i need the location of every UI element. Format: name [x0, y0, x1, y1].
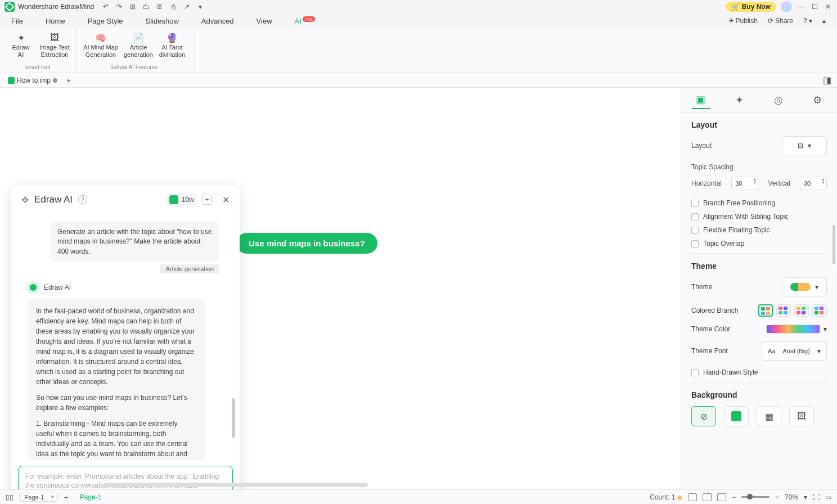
outline-toggle-icon[interactable]: ▯▯ — [6, 493, 14, 501]
menu-advanced[interactable]: Advanced — [201, 17, 234, 25]
user-avatar[interactable] — [781, 1, 792, 12]
zoom-out-button[interactable]: − — [732, 493, 736, 501]
publish-label: Publish — [736, 17, 758, 25]
ai-panel-title: Edraw AI — [34, 194, 73, 205]
buy-now-button[interactable]: 🛒 Buy Now — [726, 2, 776, 12]
hot-badge: Hot — [303, 16, 315, 22]
share-button[interactable]: ⟳ Share — [768, 17, 793, 25]
bot-p3: 1. Brainstorming - Mind maps can be extr… — [36, 418, 197, 460]
edraw-ai-button[interactable]: ✦ EdrawAI — [4, 30, 37, 58]
theme-color-dropdown[interactable]: ▾ — [766, 325, 827, 334]
user-tag-label: Article generation — [160, 264, 219, 273]
sidebar-scrollbar[interactable] — [832, 225, 835, 264]
check-overlap[interactable]: Topic Overlap — [691, 240, 827, 248]
zoom-in-button[interactable]: + — [775, 493, 779, 501]
article-generation-button[interactable]: 📄 Articlegeneration — [122, 30, 155, 58]
collapse-ribbon-button[interactable]: ▴ — [822, 17, 826, 25]
export-icon[interactable]: ↗ — [183, 3, 191, 11]
view-mode-2[interactable] — [703, 493, 712, 501]
ai-mindmap-button[interactable]: 🧠 AI Mind MapGeneration — [80, 30, 121, 58]
bg-pattern[interactable]: ▦ — [757, 406, 781, 426]
vertical-spinner[interactable]: 30▲▼ — [800, 177, 827, 190]
rb2-l2: Generation — [86, 51, 116, 58]
rb2-l1: AI Mind Map — [83, 44, 118, 51]
bot-name: Edraw AI — [44, 284, 71, 291]
image-text-extraction-button[interactable]: 🖼 Image TextExtraction — [38, 30, 71, 58]
fit-page-button[interactable]: ▭ — [825, 493, 831, 501]
add-tab-button[interactable]: + — [66, 76, 71, 85]
view-mode-3[interactable] — [717, 493, 726, 501]
menu-page-style[interactable]: Page Style — [88, 17, 123, 25]
check-branch-free[interactable]: Branch Free Positioning — [691, 199, 827, 207]
menu-view[interactable]: View — [256, 17, 272, 25]
doc-tab[interactable]: How to imp — [3, 75, 62, 86]
tab-layout[interactable]: ▣ — [692, 91, 710, 109]
add-page-button[interactable]: + — [64, 493, 68, 502]
swatch-2[interactable] — [776, 304, 791, 317]
check-flexible[interactable]: Flexible Floating Topic — [691, 226, 827, 234]
document-tabs: How to imp + ◨ — [0, 73, 837, 88]
new-icon[interactable]: ⊞ — [129, 3, 137, 11]
maximize-button[interactable]: ☐ — [810, 2, 819, 11]
publish-button[interactable]: ✈ Publish — [728, 17, 758, 25]
zoom-value[interactable]: 70% — [785, 493, 798, 501]
colored-branch-label: Colored Branch — [691, 307, 738, 314]
print-icon[interactable]: ⎙ — [169, 3, 177, 11]
swatch-1[interactable] — [758, 304, 773, 317]
canvas-horizontal-scrollbar[interactable] — [104, 483, 368, 487]
panel-toggle-button[interactable]: ◨ — [823, 75, 834, 86]
bg-solid[interactable] — [724, 406, 749, 426]
undo-icon[interactable]: ↶ — [102, 3, 110, 11]
bg-none[interactable]: ⊘ — [691, 406, 716, 426]
tab-icons[interactable]: ◎ — [770, 91, 788, 109]
save-icon[interactable]: 🗎 — [156, 3, 164, 11]
close-panel-button[interactable]: ✕ — [222, 195, 230, 205]
check-alignment[interactable]: Alignment With Sibling Topic — [691, 213, 827, 220]
token-balance[interactable]: 10w — [166, 194, 197, 206]
zoom-slider[interactable] — [741, 496, 770, 498]
menu-home[interactable]: Home — [46, 17, 65, 25]
rb1-l2: Extraction — [41, 51, 69, 58]
swatch-4[interactable] — [812, 304, 827, 317]
bg-image[interactable]: 🖼 — [789, 406, 814, 426]
token-text: 10w — [182, 196, 194, 204]
page-selector[interactable]: Page-1 — [19, 493, 58, 502]
open-icon[interactable]: 🗀 — [142, 3, 150, 11]
ai-tarot-button[interactable]: 🔮 AI Tarotdivination — [156, 30, 188, 58]
check-hand-drawn[interactable]: Hand-Drawn Style — [691, 368, 827, 376]
qat-more-icon[interactable]: ▾ — [196, 3, 204, 11]
central-topic[interactable]: Use mind maps in business? — [236, 233, 377, 254]
topic-count: Count: 1 ◆ — [650, 493, 682, 501]
user-message-tag: Article generation — [28, 264, 219, 273]
doc-tab-name: How to imp — [17, 76, 51, 84]
swatch-3[interactable] — [794, 304, 809, 317]
move-handle-icon[interactable]: ✥ — [21, 195, 29, 205]
ai-scrollbar[interactable] — [232, 398, 235, 438]
tab-settings[interactable]: ⚙ — [808, 91, 826, 109]
doc-tab-icon — [8, 77, 15, 84]
close-button[interactable]: ✕ — [824, 2, 832, 11]
page-tab-1[interactable]: Page-1 — [74, 492, 107, 502]
zoom-dropdown-icon[interactable]: ▾ — [804, 493, 807, 501]
canvas[interactable]: Use mind maps in business? ✥ Edraw AI ? … — [0, 88, 681, 489]
article-icon: 📄 — [132, 33, 145, 43]
menu-file[interactable]: File — [11, 17, 23, 25]
layout-dropdown[interactable]: ⊟▾ — [782, 136, 827, 155]
help-button[interactable]: ? ▾ — [803, 17, 812, 25]
theme-dropdown[interactable]: ▾ — [782, 277, 827, 296]
menu-ai[interactable]: AIHot — [295, 16, 315, 25]
horizontal-spinner[interactable]: 30▲▼ — [731, 177, 758, 190]
font-value: Arial (Big) — [783, 348, 810, 354]
minimize-button[interactable]: — — [796, 2, 806, 11]
fullscreen-button[interactable]: ⛶ — [813, 493, 820, 501]
tab-style[interactable]: ✦ — [731, 91, 749, 109]
mindmap-icon: 🧠 — [94, 33, 107, 43]
add-tokens-button[interactable]: + — [202, 195, 212, 205]
redo-icon[interactable]: ↷ — [115, 3, 123, 11]
menu-slideshow[interactable]: Slideshow — [146, 17, 179, 25]
checkbox-icon — [691, 200, 699, 207]
unsaved-dot-icon — [53, 78, 57, 83]
theme-font-dropdown[interactable]: AaArial (Big)▾ — [762, 341, 827, 361]
view-mode-1[interactable] — [688, 493, 697, 501]
ai-help-icon[interactable]: ? — [78, 195, 87, 204]
